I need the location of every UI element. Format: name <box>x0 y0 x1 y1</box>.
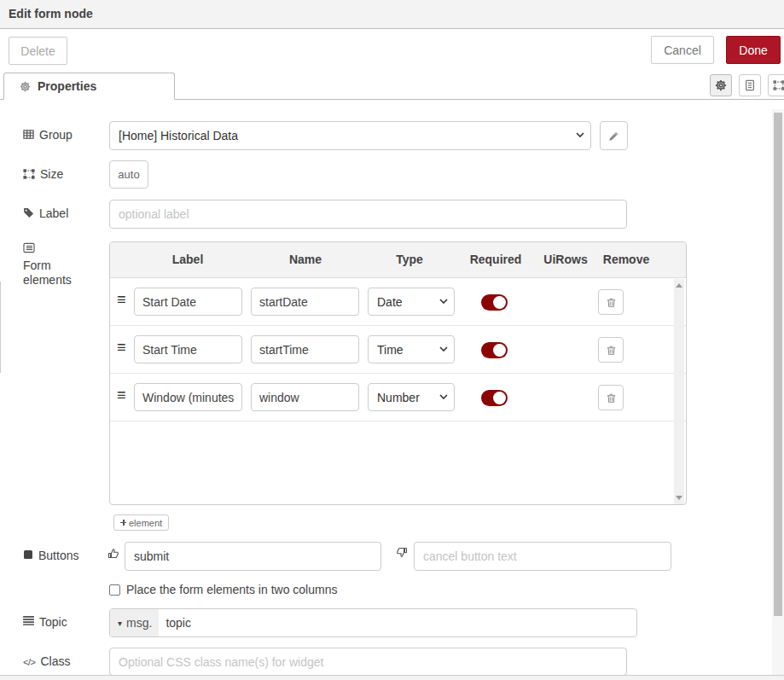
group-field-label: Group <box>23 128 73 142</box>
thumbs-up-icon <box>107 547 119 559</box>
scroll-up-arrow-icon[interactable] <box>676 283 682 288</box>
required-toggle[interactable] <box>481 294 508 311</box>
topic-type-prefix: msg. <box>126 616 152 630</box>
description-view-button[interactable] <box>739 74 761 96</box>
drag-handle-icon[interactable]: ≡ <box>117 339 126 357</box>
object-group-icon <box>23 168 35 180</box>
document-icon <box>744 79 756 91</box>
chevron-down-icon <box>576 132 584 137</box>
drag-handle-icon[interactable]: ≡ <box>117 386 126 404</box>
trash-icon <box>606 392 617 404</box>
delete-button[interactable]: Delete <box>9 37 67 65</box>
thumbs-down-icon <box>396 547 408 559</box>
form-element-row: ≡ Time <box>110 326 686 374</box>
chevron-down-icon <box>439 346 448 352</box>
add-element-button[interactable]: element <box>113 514 169 531</box>
submit-button-text-input[interactable] <box>125 542 381 571</box>
label-field-label: Label <box>23 206 68 221</box>
main-scrollbar-thumb[interactable] <box>774 113 782 616</box>
label-input[interactable] <box>109 200 627 229</box>
tab-properties[interactable]: Properties <box>3 73 175 100</box>
topic-value[interactable]: topic <box>159 609 191 636</box>
two-columns-row: Place the form elements in two columns <box>109 583 337 596</box>
drag-handle-icon[interactable]: ≡ <box>117 291 126 309</box>
done-button[interactable]: Done <box>726 36 781 64</box>
topic-field-label: Topic <box>23 615 67 630</box>
topic-typed-input: ▾ msg. topic <box>109 608 637 637</box>
required-toggle[interactable] <box>481 390 508 406</box>
element-name-input[interactable] <box>251 383 359 411</box>
group-select[interactable]: [Home] Historical Data <box>109 121 591 150</box>
edit-form-node-dialog: Edit form node Delete Cancel Done Proper… <box>0 0 784 680</box>
column-header-uirows: UiRows <box>543 253 587 266</box>
column-header-type: Type <box>396 253 423 266</box>
two-columns-label: Place the form elements in two columns <box>126 583 337 596</box>
column-header-remove: Remove <box>603 253 649 266</box>
topic-type-button[interactable]: ▾ msg. <box>110 609 159 636</box>
object-group-icon <box>773 79 784 91</box>
element-type-select[interactable]: Date <box>368 288 455 316</box>
trash-icon <box>606 297 617 308</box>
element-type-select[interactable]: Time <box>368 335 455 363</box>
size-field-label: Size <box>23 167 63 182</box>
two-columns-checkbox[interactable] <box>109 584 120 596</box>
bars-icon <box>23 616 34 625</box>
form-elements-table-header: Label Name Type Required UiRows Remove <box>110 242 686 278</box>
properties-view-button[interactable] <box>710 74 732 96</box>
table-icon <box>23 129 34 140</box>
pencil-icon <box>608 131 619 142</box>
required-toggle[interactable] <box>481 342 508 358</box>
element-label-input[interactable] <box>134 288 242 316</box>
class-input[interactable] <box>109 648 627 676</box>
tag-icon <box>23 207 34 218</box>
tab-toolbar <box>710 74 784 96</box>
chevron-down-icon <box>439 394 448 399</box>
chevron-down-icon <box>439 299 448 304</box>
plus-icon <box>120 520 126 526</box>
cancel-button-text-input[interactable] <box>414 542 671 571</box>
buttons-field-label: Buttons <box>23 549 78 563</box>
tray-left-edge <box>0 282 1 373</box>
scroll-down-arrow-icon[interactable] <box>676 496 682 500</box>
column-header-name: Name <box>289 253 322 266</box>
remove-element-button[interactable] <box>598 385 624 410</box>
edit-group-button[interactable] <box>600 121 628 150</box>
remove-element-button[interactable] <box>598 289 624 315</box>
list-alt-icon <box>23 242 35 253</box>
trash-icon <box>606 345 617 356</box>
appearance-view-button[interactable] <box>768 74 784 96</box>
element-label-input[interactable] <box>134 335 242 363</box>
square-icon <box>23 549 33 560</box>
gear-icon <box>715 79 727 91</box>
gear-icon <box>20 81 31 92</box>
remove-element-button[interactable] <box>598 337 624 363</box>
main-scrollbar[interactable] <box>772 109 784 675</box>
form-elements-table: Label Name Type Required UiRows Remove ≡… <box>109 241 687 505</box>
form-elements-field-label: Form elements <box>23 241 100 288</box>
dialog-title: Edit form node <box>0 0 784 29</box>
column-header-required: Required <box>470 253 522 266</box>
table-scrollbar[interactable] <box>674 279 684 504</box>
element-name-input[interactable] <box>251 335 359 363</box>
tab-properties-label: Properties <box>38 79 96 93</box>
dialog-bottom-strip <box>0 675 784 680</box>
class-field-label: </> Class <box>23 654 70 670</box>
element-type-select[interactable]: Number <box>368 383 455 411</box>
size-button[interactable]: auto <box>109 160 148 189</box>
form-element-row: ≡ Number <box>110 374 686 421</box>
caret-down-icon: ▾ <box>118 619 122 628</box>
code-icon: </> <box>23 655 35 670</box>
column-header-label: Label <box>172 253 204 266</box>
form-element-row: ≡ Date <box>110 278 686 326</box>
cancel-button[interactable]: Cancel <box>651 36 714 64</box>
element-label-input[interactable] <box>134 383 242 411</box>
element-name-input[interactable] <box>251 288 359 316</box>
